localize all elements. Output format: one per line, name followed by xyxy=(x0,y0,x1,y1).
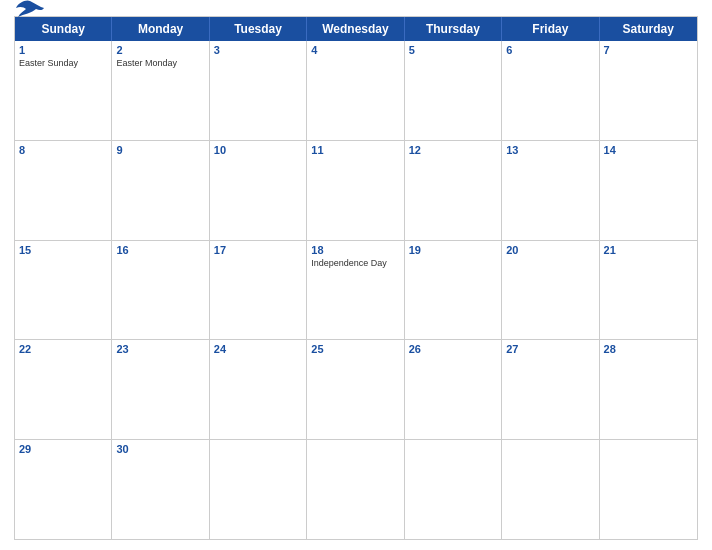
date-number: 24 xyxy=(214,343,302,355)
date-number: 12 xyxy=(409,144,497,156)
cal-cell: 25 xyxy=(307,340,404,439)
date-number: 28 xyxy=(604,343,693,355)
date-number: 27 xyxy=(506,343,594,355)
cal-cell: 14 xyxy=(600,141,697,240)
day-header-saturday: Saturday xyxy=(600,17,697,41)
logo xyxy=(14,1,44,19)
day-header-thursday: Thursday xyxy=(405,17,502,41)
date-number: 22 xyxy=(19,343,107,355)
date-number: 1 xyxy=(19,44,107,56)
week-row-4: 22232425262728 xyxy=(15,340,697,440)
cal-cell: 29 xyxy=(15,440,112,539)
calendar: SundayMondayTuesdayWednesdayThursdayFrid… xyxy=(14,16,698,540)
date-number: 20 xyxy=(506,244,594,256)
cal-cell: 26 xyxy=(405,340,502,439)
cal-cell: 13 xyxy=(502,141,599,240)
date-number: 30 xyxy=(116,443,204,455)
date-number: 23 xyxy=(116,343,204,355)
cal-cell: 12 xyxy=(405,141,502,240)
day-header-wednesday: Wednesday xyxy=(307,17,404,41)
date-number: 8 xyxy=(19,144,107,156)
date-number: 11 xyxy=(311,144,399,156)
cal-cell: 10 xyxy=(210,141,307,240)
date-number: 17 xyxy=(214,244,302,256)
cal-cell: 9 xyxy=(112,141,209,240)
date-number: 13 xyxy=(506,144,594,156)
date-number: 7 xyxy=(604,44,693,56)
cal-cell: 18Independence Day xyxy=(307,241,404,340)
date-number: 18 xyxy=(311,244,399,256)
date-number: 29 xyxy=(19,443,107,455)
cal-cell: 27 xyxy=(502,340,599,439)
holiday-label: Easter Monday xyxy=(116,58,204,69)
cal-cell: 8 xyxy=(15,141,112,240)
week-row-1: 1Easter Sunday2Easter Monday34567 xyxy=(15,41,697,141)
cal-cell: 17 xyxy=(210,241,307,340)
page: SundayMondayTuesdayWednesdayThursdayFrid… xyxy=(0,0,712,550)
cal-cell: 5 xyxy=(405,41,502,140)
logo-bird-icon xyxy=(16,0,44,17)
date-number: 4 xyxy=(311,44,399,56)
date-number: 6 xyxy=(506,44,594,56)
date-number: 10 xyxy=(214,144,302,156)
cal-cell: 24 xyxy=(210,340,307,439)
date-number: 9 xyxy=(116,144,204,156)
cal-cell xyxy=(502,440,599,539)
cal-cell: 7 xyxy=(600,41,697,140)
day-header-friday: Friday xyxy=(502,17,599,41)
day-header-monday: Monday xyxy=(112,17,209,41)
cal-cell: 21 xyxy=(600,241,697,340)
cal-cell: 15 xyxy=(15,241,112,340)
cal-cell: 19 xyxy=(405,241,502,340)
day-header-tuesday: Tuesday xyxy=(210,17,307,41)
date-number: 14 xyxy=(604,144,693,156)
cal-cell xyxy=(210,440,307,539)
calendar-body: 1Easter Sunday2Easter Monday345678910111… xyxy=(15,41,697,539)
cal-cell: 16 xyxy=(112,241,209,340)
cal-cell: 2Easter Monday xyxy=(112,41,209,140)
date-number: 16 xyxy=(116,244,204,256)
cal-cell: 11 xyxy=(307,141,404,240)
cal-cell: 6 xyxy=(502,41,599,140)
cal-cell: 1Easter Sunday xyxy=(15,41,112,140)
date-number: 21 xyxy=(604,244,693,256)
holiday-label: Easter Sunday xyxy=(19,58,107,69)
cal-cell xyxy=(405,440,502,539)
day-header-sunday: Sunday xyxy=(15,17,112,41)
cal-cell xyxy=(600,440,697,539)
cal-cell: 22 xyxy=(15,340,112,439)
cal-cell: 30 xyxy=(112,440,209,539)
week-row-3: 15161718Independence Day192021 xyxy=(15,241,697,341)
holiday-label: Independence Day xyxy=(311,258,399,269)
week-row-2: 891011121314 xyxy=(15,141,697,241)
calendar-header: SundayMondayTuesdayWednesdayThursdayFrid… xyxy=(15,17,697,41)
date-number: 26 xyxy=(409,343,497,355)
date-number: 3 xyxy=(214,44,302,56)
cal-cell xyxy=(307,440,404,539)
date-number: 15 xyxy=(19,244,107,256)
cal-cell: 23 xyxy=(112,340,209,439)
date-number: 5 xyxy=(409,44,497,56)
cal-cell: 4 xyxy=(307,41,404,140)
cal-cell: 3 xyxy=(210,41,307,140)
cal-cell: 28 xyxy=(600,340,697,439)
date-number: 19 xyxy=(409,244,497,256)
date-number: 25 xyxy=(311,343,399,355)
week-row-5: 2930 xyxy=(15,440,697,539)
cal-cell: 20 xyxy=(502,241,599,340)
date-number: 2 xyxy=(116,44,204,56)
